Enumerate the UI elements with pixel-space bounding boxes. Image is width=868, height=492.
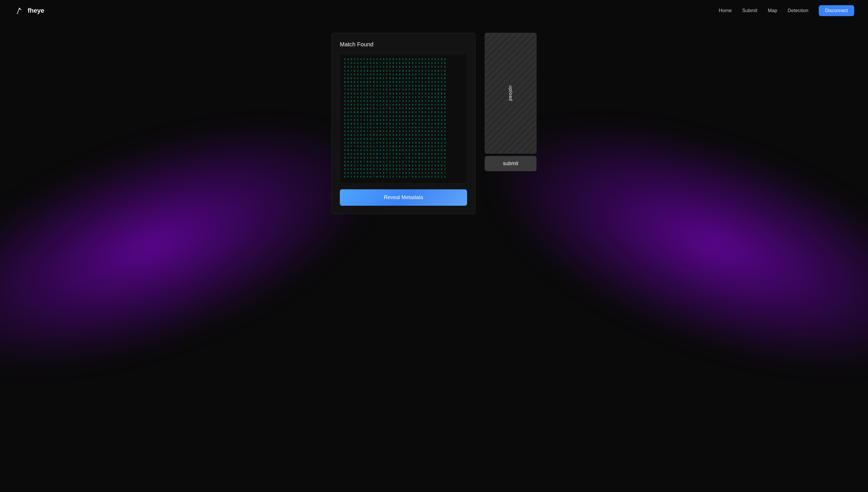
upload-label: upload <box>508 85 513 101</box>
nav-submit[interactable]: Submit <box>742 8 757 14</box>
logo-area: fheye <box>14 5 44 16</box>
logo-text: fheye <box>28 7 44 15</box>
upload-area[interactable]: upload <box>485 33 537 154</box>
nav-home[interactable]: Home <box>719 8 732 14</box>
navbar: fheye Home Submit Map Detection Disconne… <box>0 0 868 21</box>
submit-button[interactable]: submit <box>485 156 537 171</box>
left-panel: Match Found 5 0 6 3 2 4 F 8 F 1 C 4 9 F … <box>331 33 475 214</box>
main-content: Match Found 5 0 6 3 2 4 F 8 F 1 C 4 9 F … <box>0 21 868 226</box>
logo-icon <box>14 5 25 16</box>
right-panel: upload submit <box>485 33 537 171</box>
match-found-title: Match Found <box>340 41 467 48</box>
hex-matrix: 5 0 6 3 2 4 F 8 F 1 C 4 9 F D D 3 E F D … <box>340 53 467 183</box>
nav-detection[interactable]: Detection <box>788 8 808 14</box>
reveal-metadata-button[interactable]: Reveal Metadata <box>340 189 467 206</box>
disconnect-button[interactable]: Disconnect <box>819 5 854 16</box>
nav-map[interactable]: Map <box>768 8 777 14</box>
nav-links: Home Submit Map Detection Disconnect <box>719 5 854 16</box>
